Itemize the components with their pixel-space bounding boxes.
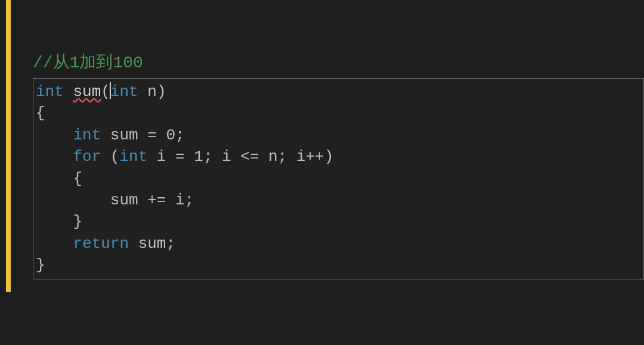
code-line-6[interactable]: sum += i; xyxy=(33,189,643,211)
keyword-int-param: int xyxy=(110,83,138,101)
code-line-4[interactable]: for (int i = 1; i <= n; i++) xyxy=(33,146,643,167)
paren-open: ( xyxy=(101,83,110,101)
code-line-3[interactable]: int sum = 0; xyxy=(33,125,643,146)
keyword-int: int xyxy=(36,83,64,101)
code-line-2[interactable]: { xyxy=(33,102,643,124)
function-name: sum xyxy=(73,83,101,101)
code-line-8[interactable]: return sum; xyxy=(33,233,643,254)
keyword-return: return xyxy=(73,235,129,253)
comment-line[interactable]: //从1加到100 xyxy=(33,51,644,73)
code-line-9[interactable]: } xyxy=(33,254,643,276)
keyword-for: for xyxy=(73,148,101,166)
keyword-int: int xyxy=(73,126,101,144)
comment-text: //从1加到100 xyxy=(33,54,143,72)
keyword-int: int xyxy=(119,148,147,166)
paren-close: ) xyxy=(157,83,166,101)
text-cursor xyxy=(110,82,111,99)
modified-indicator-bar xyxy=(6,0,11,292)
code-line-7[interactable]: } xyxy=(33,211,643,232)
code-line-5[interactable]: { xyxy=(33,168,643,189)
code-line-1[interactable]: int sum(int n) xyxy=(33,81,643,102)
code-area[interactable]: //从1加到100 int sum(int n) { int sum = 0; … xyxy=(15,6,644,279)
selection-box: int sum(int n) { int sum = 0; for (int i… xyxy=(33,78,644,279)
code-editor[interactable]: //从1加到100 int sum(int n) { int sum = 0; … xyxy=(0,0,644,279)
